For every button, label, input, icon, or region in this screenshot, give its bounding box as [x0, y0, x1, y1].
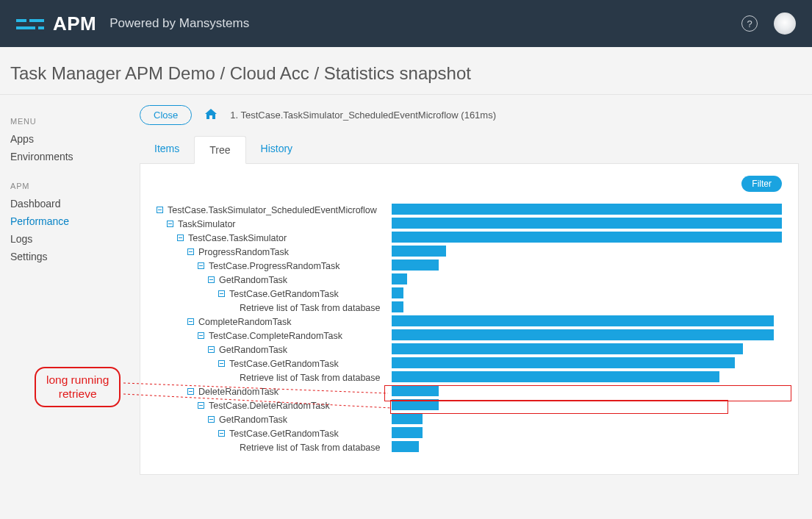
content-panel: Close 1. TestCase.TaskSimulator_Schedule… — [140, 95, 812, 515]
tree-label: CompleteRandomTask — [198, 316, 291, 326]
duration-bar — [392, 273, 407, 284]
collapse-icon[interactable] — [218, 290, 225, 297]
duration-bar — [392, 413, 423, 424]
duration-bar — [392, 287, 403, 298]
tabs: ItemsTreeHistory — [140, 135, 799, 164]
tree-label: TestCase.DeleteRandomTask — [209, 400, 330, 410]
toolbar: Close 1. TestCase.TaskSimulator_Schedule… — [140, 105, 799, 125]
duration-bar — [392, 246, 446, 257]
duration-bar — [392, 315, 774, 326]
close-button[interactable]: Close — [140, 105, 192, 125]
tree-row[interactable]: TestCase.GetRandomTask — [157, 286, 782, 300]
help-icon[interactable]: ? — [741, 15, 758, 32]
menu-heading: APM — [10, 182, 129, 190]
brand-name: APM — [53, 12, 96, 35]
tree-row[interactable]: DeleteRandomTask — [157, 384, 782, 398]
tree-row[interactable]: TestCase.ProgressRandomTask — [157, 258, 782, 272]
collapse-icon[interactable] — [187, 388, 194, 395]
collapse-icon[interactable] — [208, 346, 215, 353]
duration-bar — [392, 441, 419, 452]
duration-bar — [392, 385, 439, 396]
duration-bar — [392, 204, 782, 215]
avatar[interactable] — [774, 12, 796, 35]
collapse-icon[interactable] — [177, 235, 184, 241]
collapse-icon[interactable] — [198, 402, 204, 409]
tree-label: TestCase.TaskSimulator_ScheduledEventMic… — [168, 204, 377, 215]
duration-bar — [392, 301, 403, 312]
top-bar: APM Powered by Mansystems ? — [0, 0, 812, 47]
duration-bar — [392, 232, 782, 243]
brand-subtitle: Powered by Mansystems — [109, 16, 249, 31]
duration-bar — [392, 357, 735, 368]
tree-label: TestCase.GetRandomTask — [229, 288, 339, 298]
breadcrumb: Task Manager APM Demo / Cloud Acc / Stat… — [0, 47, 812, 95]
page-title: Task Manager APM Demo / Cloud Acc / Stat… — [10, 63, 802, 84]
tree-label: Retrieve list of Task from database — [240, 302, 381, 312]
tree-row[interactable]: TestCase.TaskSimulator_ScheduledEventMic… — [157, 202, 782, 216]
sidebar-item-performance[interactable]: Performance — [10, 212, 129, 230]
tree-label: TestCase.GetRandomTask — [229, 358, 339, 368]
sidebar-item-logs[interactable]: Logs — [10, 230, 129, 248]
annotation-callout: long runningretrieve — [35, 367, 121, 407]
tree-row[interactable]: CompleteRandomTask — [157, 314, 782, 328]
collapse-icon[interactable] — [198, 332, 204, 339]
duration-bar — [392, 399, 439, 410]
duration-bar — [392, 371, 719, 382]
tab-tree[interactable]: Tree — [194, 136, 245, 164]
collapse-icon[interactable] — [218, 360, 225, 367]
collapse-icon[interactable] — [167, 221, 173, 227]
menu-heading: MENU — [10, 117, 129, 126]
tree-row[interactable]: TestCase.TaskSimulator — [157, 230, 782, 244]
tree-label: TestCase.ProgressRandomTask — [209, 260, 340, 271]
collapse-icon[interactable] — [187, 248, 194, 255]
tree-row[interactable]: TestCase.DeleteRandomTask — [157, 398, 782, 412]
collapse-icon[interactable] — [157, 207, 163, 213]
tree-label: GetRandomTask — [219, 274, 287, 284]
tree-label: TaskSimulator — [178, 218, 236, 229]
tree-row[interactable]: GetRandomTask — [157, 412, 782, 426]
tree-row[interactable]: Retrieve list of Task from database — [157, 300, 782, 314]
tree-label: ProgressRandomTask — [198, 246, 289, 257]
tab-history[interactable]: History — [246, 135, 308, 163]
tree-row[interactable]: Retrieve list of Task from database — [157, 370, 782, 384]
sidebar-item-apps[interactable]: Apps — [10, 130, 129, 148]
duration-bar — [392, 427, 423, 438]
microflow-path: 1. TestCase.TaskSimulator_ScheduledEvent… — [230, 110, 496, 121]
duration-bar — [392, 343, 743, 354]
home-icon[interactable] — [205, 109, 217, 122]
filter-button[interactable]: Filter — [741, 176, 782, 192]
collapse-icon[interactable] — [198, 262, 204, 269]
tree-label: TestCase.TaskSimulator — [188, 232, 287, 243]
tree-label: TestCase.GetRandomTask — [229, 428, 339, 438]
sidebar-item-dashboard[interactable]: Dashboard — [10, 195, 129, 212]
collapse-icon[interactable] — [208, 276, 215, 283]
tree-row[interactable]: TaskSimulator — [157, 216, 782, 230]
tree-row[interactable]: Retrieve list of Task from database — [157, 440, 782, 454]
tree-row[interactable]: GetRandomTask — [157, 342, 782, 356]
tree-label: DeleteRandomTask — [198, 386, 279, 396]
logo-icon — [16, 16, 44, 31]
tree-label: Retrieve list of Task from database — [240, 372, 381, 382]
tree-row[interactable]: TestCase.GetRandomTask — [157, 426, 782, 440]
tab-items[interactable]: Items — [140, 135, 194, 163]
duration-bar — [392, 329, 774, 340]
sidebar-item-environments[interactable]: Environments — [10, 148, 129, 165]
collapse-icon[interactable] — [187, 318, 194, 325]
tree-label: TestCase.CompleteRandomTask — [209, 330, 342, 340]
tree-label: GetRandomTask — [219, 414, 287, 424]
tree-row[interactable]: GetRandomTask — [157, 272, 782, 286]
collapse-icon[interactable] — [208, 416, 215, 423]
logo: APM Powered by Mansystems — [16, 12, 249, 35]
tree-panel: Filter TestCase.TaskSimulator_ScheduledE… — [140, 164, 799, 475]
tree-row[interactable]: TestCase.GetRandomTask — [157, 356, 782, 370]
sidebar: MENU AppsEnvironments APM DashboardPerfo… — [0, 95, 140, 515]
duration-bar — [392, 218, 782, 229]
tree-row[interactable]: ProgressRandomTask — [157, 244, 782, 258]
tree-label: GetRandomTask — [219, 344, 287, 354]
tree-row[interactable]: TestCase.CompleteRandomTask — [157, 328, 782, 342]
sidebar-item-settings[interactable]: Settings — [10, 248, 129, 265]
collapse-icon[interactable] — [218, 430, 225, 437]
duration-bar — [392, 260, 439, 271]
annotation-text: long runningretrieve — [46, 373, 109, 400]
tree-label: Retrieve list of Task from database — [240, 442, 381, 452]
